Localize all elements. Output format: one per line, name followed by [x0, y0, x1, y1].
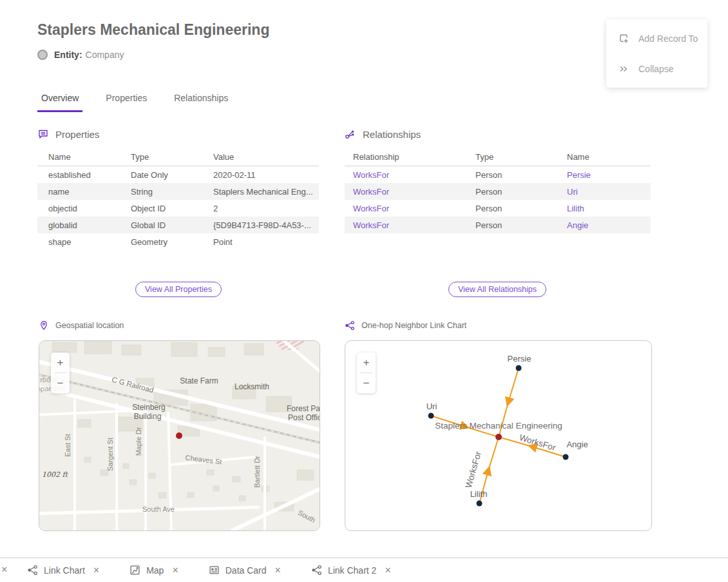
entity-link[interactable]: Angie	[567, 220, 651, 230]
page-title: Staplers Mechanical Engineering	[37, 21, 269, 39]
view-all-properties-button[interactable]: View All Properties	[135, 282, 222, 297]
prop-value: Point	[213, 237, 319, 247]
tab-relationships[interactable]: Relationships	[170, 93, 232, 112]
link-chart-icon	[311, 565, 322, 576]
table-row[interactable]: objectid Object ID 2	[37, 200, 319, 217]
prop-name: globalid	[37, 220, 131, 230]
close-icon[interactable]: ×	[1, 565, 7, 575]
menu-item-collapse[interactable]: Collapse	[606, 53, 707, 84]
edge-label: WorksFor	[518, 432, 557, 453]
map-label-sargent-st: Sargent St	[106, 438, 114, 471]
workspace-tab-bar: × Link Chart ×	[0, 558, 728, 582]
map-label-south-ave: South Ave	[142, 505, 175, 513]
map-canvas[interactable]: rbour opaedics C G Railroad State Farm L…	[39, 340, 320, 531]
add-record-icon	[618, 33, 629, 44]
section-title: Properties	[55, 129, 99, 140]
workspace-tab-link-chart-2[interactable]: Link Chart 2 ×	[311, 565, 391, 576]
node-lilith[interactable]	[477, 501, 483, 507]
table-row[interactable]: name String Staplers Mechanical Eng...	[37, 183, 319, 200]
prop-value: 2020-02-11	[213, 170, 319, 180]
close-icon[interactable]: ×	[385, 565, 390, 576]
node-uri[interactable]	[428, 413, 434, 419]
link-chart-icon	[27, 565, 38, 576]
table-row: WorksFor Person Uri	[345, 183, 651, 200]
prop-name: objectid	[37, 204, 131, 213]
tab-overview[interactable]: Overview	[37, 93, 82, 112]
close-icon[interactable]: ×	[275, 565, 281, 576]
zoom-in-button[interactable]: +	[357, 353, 376, 373]
rel-type: Person	[475, 187, 567, 197]
prop-type: Object ID	[131, 204, 213, 213]
workspace-tab-link-chart[interactable]: Link Chart ×	[27, 565, 99, 576]
table-row[interactable]: shape Geometry Point	[37, 233, 319, 250]
section-title: Geospatial location	[55, 321, 124, 330]
entity-link[interactable]: Persie	[567, 170, 651, 180]
prop-name: name	[37, 187, 131, 197]
entity-link[interactable]: Lilith	[567, 204, 651, 213]
node-label: Angie	[566, 440, 588, 449]
node-persie[interactable]	[516, 365, 522, 371]
rel-type: Person	[475, 204, 567, 213]
close-icon[interactable]: ×	[172, 565, 178, 576]
workspace-tab-label: Link Chart	[44, 565, 85, 576]
prop-name: shape	[37, 237, 131, 247]
entity-label: Entity:	[54, 50, 82, 60]
zoom-in-button[interactable]: +	[51, 353, 70, 373]
prop-value: 2	[213, 204, 319, 213]
prop-value: {5D9B4713-F98D-4A53-...	[213, 220, 319, 230]
prop-name: established	[37, 170, 131, 180]
link-chart-canvas[interactable]: Persie Uri Angie Lilith Staplers Mechani…	[345, 340, 652, 531]
node-center[interactable]	[495, 434, 502, 440]
entity-row: Entity: Company	[37, 50, 124, 60]
view-all-relationships-button[interactable]: View All Relationships	[448, 282, 546, 297]
edge-label: WorksFor	[463, 450, 483, 489]
entity-type: Company	[86, 50, 124, 60]
map-label-locksmith: Locksmith	[235, 382, 269, 391]
link-chart-graph: Persie Uri Angie Lilith Staplers Mechani…	[345, 341, 651, 530]
menu-item-add-record-to[interactable]: Add Record To	[606, 23, 707, 53]
table-row[interactable]: established Date Only 2020-02-11	[37, 166, 319, 183]
map-scale-label: 1002 ft	[42, 470, 68, 479]
relationship-link[interactable]: WorksFor	[345, 220, 475, 230]
prop-value: Staplers Mechanical Eng...	[213, 187, 319, 197]
column-header: Relationship	[345, 152, 475, 162]
table-row: WorksFor Person Angie	[345, 217, 651, 233]
map-label-bartlett-dr: Bartlett Dr	[253, 456, 261, 488]
map-feature-marker[interactable]	[176, 432, 182, 439]
workspace-tab-label: Data Card	[225, 565, 267, 576]
menu-item-label: Add Record To	[638, 34, 698, 44]
menu-item-label: Collapse	[638, 64, 673, 74]
prop-type: Date Only	[131, 170, 213, 180]
workspace-tab-data-card[interactable]: Data Card ×	[209, 565, 281, 576]
zoom-out-button[interactable]: −	[51, 373, 70, 393]
tab-bar: Overview Properties Relationships	[37, 93, 251, 112]
relationships-icon	[345, 128, 356, 140]
relationship-link[interactable]: WorksFor	[345, 204, 475, 213]
map-label-forest-park: Forest Par	[287, 404, 320, 413]
close-icon[interactable]: ×	[93, 565, 99, 576]
context-menu: Add Record To Collapse	[606, 19, 707, 88]
map-label-forest-park: Post Offic	[288, 413, 320, 422]
relationship-link[interactable]: WorksFor	[345, 187, 475, 197]
entity-link[interactable]: Uri	[567, 187, 651, 197]
section-title: Relationships	[363, 129, 421, 140]
node-angie[interactable]	[563, 454, 569, 460]
prop-type: String	[131, 187, 213, 197]
properties-icon	[37, 128, 49, 140]
map-label-steinberg: Steinberg	[132, 403, 165, 412]
node-label: Uri	[426, 402, 437, 411]
map-label-steinberg: Building	[134, 412, 162, 421]
column-header: Name	[37, 152, 131, 162]
tab-properties[interactable]: Properties	[102, 93, 151, 112]
column-header: Type	[475, 152, 567, 162]
section-title: One-hop Neighbor Link Chart	[361, 321, 466, 330]
workspace-tab-label: Link Chart 2	[328, 565, 376, 576]
link-chart-header: One-hop Neighbor Link Chart	[345, 320, 466, 331]
zoom-out-button[interactable]: −	[357, 373, 376, 393]
table-row[interactable]: globalid Global ID {5D9B4713-F98D-4A53-.…	[37, 217, 319, 233]
workspace-tab-map[interactable]: Map ×	[129, 565, 178, 576]
properties-table: Name Type Value established Date Only 20…	[37, 148, 319, 250]
relationship-link[interactable]: WorksFor	[345, 170, 475, 180]
map-zoom-control: + −	[51, 353, 70, 393]
column-header: Type	[131, 152, 213, 162]
